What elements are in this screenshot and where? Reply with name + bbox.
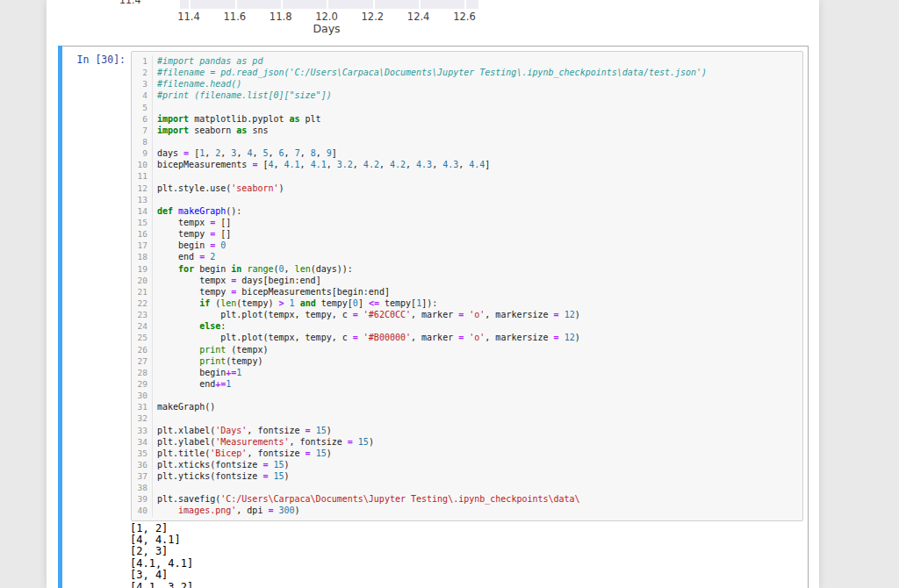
- code-text: plt.yticks(fontsize = 15): [153, 470, 290, 482]
- code-text: plt.xlabel('Days', fontsize = 15): [153, 425, 332, 436]
- code-text: plt.ylabel('Measurements', fontsize = 15…: [153, 436, 374, 448]
- code-line[interactable]: 21 tempy = bicepMeasurements[begin:end]: [132, 286, 802, 298]
- code-text: def makeGraph():: [153, 205, 241, 217]
- code-text: import matplotlib.pyplot as plt: [153, 113, 321, 125]
- chart-xtick-label: 11.8: [270, 11, 292, 23]
- chart-xtick-label: 12.2: [362, 11, 385, 23]
- code-text: plt.plot(tempx, tempy, c = '#62C0CC', ma…: [153, 309, 580, 320]
- code-line[interactable]: 4#print (filename.list[0]["size"]): [132, 90, 802, 101]
- code-line[interactable]: 31makeGraph(): [132, 401, 802, 412]
- code-text: bicepMeasurements = [4, 4.1, 4.1, 3.2, 4…: [153, 159, 490, 170]
- code-line[interactable]: 28 begin+=1: [132, 367, 802, 378]
- line-number: 23: [132, 309, 153, 320]
- line-number: 35: [132, 448, 153, 459]
- output-line: [2, 3]: [130, 546, 808, 557]
- code-line[interactable]: 30: [132, 390, 802, 401]
- line-number: 29: [132, 378, 153, 390]
- code-line[interactable]: 32: [132, 412, 802, 424]
- code-text: tempx = days[begin:end]: [153, 275, 321, 286]
- code-line[interactable]: 9days = [1, 2, 3, 4, 5, 6, 7, 8, 9]: [132, 147, 802, 159]
- code-line[interactable]: 13: [132, 194, 802, 205]
- code-text: plt.style.use('seaborn'): [153, 183, 284, 194]
- code-line[interactable]: 2#filename = pd.read_json('C:/Users\Carp…: [132, 67, 802, 78]
- line-number: 5: [132, 102, 153, 113]
- code-text: [153, 170, 157, 182]
- code-line[interactable]: 23 plt.plot(tempx, tempy, c = '#62C0CC',…: [132, 309, 802, 320]
- code-line[interactable]: 5: [132, 102, 802, 113]
- code-line[interactable]: 11: [132, 170, 802, 182]
- code-line[interactable]: 25 plt.plot(tempx, tempy, c = '#B00000',…: [132, 332, 802, 343]
- code-cell[interactable]: In [30]: 1#import pandas as pd2#filename…: [58, 46, 809, 588]
- line-number: 14: [132, 205, 153, 217]
- code-editor[interactable]: 1#import pandas as pd2#filename = pd.rea…: [131, 51, 803, 521]
- code-text: plt.plot(tempx, tempy, c = '#B00000', ma…: [153, 332, 580, 343]
- code-line[interactable]: 10bicepMeasurements = [4, 4.1, 4.1, 3.2,…: [132, 159, 802, 170]
- code-text: #print (filename.list[0]["size"]): [153, 90, 332, 101]
- code-text: [153, 194, 157, 205]
- code-line[interactable]: 19 for begin in range(0, len(days)):: [132, 263, 802, 275]
- line-number: 18: [132, 251, 153, 262]
- code-line[interactable]: 15 tempx = []: [132, 217, 802, 228]
- code-line[interactable]: 37plt.yticks(fontsize = 15): [132, 470, 802, 482]
- chart-plot-area: [180, 0, 478, 9]
- line-number: 36: [132, 459, 153, 470]
- code-line[interactable]: 29 end+=1: [132, 378, 802, 390]
- line-number: 26: [132, 344, 153, 355]
- code-text: import seaborn as sns: [153, 125, 268, 136]
- chart-gridline: [464, 0, 466, 9]
- line-number: 4: [132, 90, 153, 101]
- code-line[interactable]: 1#import pandas as pd: [132, 55, 802, 67]
- notebook-page: 11.4 11.411.611.812.012.212.412.6 Days I…: [47, 0, 819, 588]
- code-line[interactable]: 6import matplotlib.pyplot as plt: [132, 113, 802, 125]
- code-text: [153, 482, 157, 493]
- code-line[interactable]: 38: [132, 482, 802, 493]
- code-line[interactable]: 22 if (len(tempy) > 1 and tempy[0] <= te…: [132, 298, 802, 309]
- code-text: tempy = []: [153, 228, 231, 240]
- code-line[interactable]: 35plt.title('Bicep', fontsize = 15): [132, 448, 802, 459]
- code-line[interactable]: 36plt.xticks(fontsize = 15): [132, 459, 802, 470]
- code-line[interactable]: 40 images.png', dpi = 300): [132, 505, 802, 516]
- code-line[interactable]: 24 else:: [132, 320, 802, 332]
- code-text: end+=1: [153, 378, 231, 390]
- code-line[interactable]: 3#filename.head(): [132, 78, 802, 90]
- line-number: 22: [132, 298, 153, 309]
- line-number: 9: [132, 147, 153, 159]
- code-line[interactable]: 26 print (tempx): [132, 344, 802, 355]
- code-text: images.png', dpi = 300): [153, 505, 300, 516]
- code-line[interactable]: 27 print(tempy): [132, 355, 802, 367]
- code-line[interactable]: 33plt.xlabel('Days', fontsize = 15): [132, 425, 802, 436]
- code-line[interactable]: 8: [132, 136, 802, 147]
- line-number: 34: [132, 436, 153, 448]
- line-number: 27: [132, 355, 153, 367]
- chart-xtick-label: 12.4: [407, 11, 430, 23]
- code-text: begin = 0: [153, 240, 226, 251]
- code-text: #import pandas as pd: [153, 55, 263, 67]
- code-line[interactable]: 20 tempx = days[begin:end]: [132, 275, 802, 286]
- code-text: makeGraph(): [153, 401, 215, 412]
- line-number: 40: [132, 505, 153, 516]
- line-number: 7: [132, 125, 153, 136]
- code-line[interactable]: 17 begin = 0: [132, 240, 802, 251]
- code-text: begin+=1: [153, 367, 241, 378]
- code-line[interactable]: 34plt.ylabel('Measurements', fontsize = …: [132, 436, 802, 448]
- code-line[interactable]: 14def makeGraph():: [132, 205, 802, 217]
- code-text: #filename.head(): [153, 78, 241, 90]
- line-number: 13: [132, 194, 153, 205]
- line-number: 21: [132, 286, 153, 298]
- code-line[interactable]: 7import seaborn as sns: [132, 125, 802, 136]
- line-number: 20: [132, 275, 153, 286]
- code-text: tempx = []: [153, 217, 231, 228]
- code-text: [153, 136, 157, 147]
- code-line[interactable]: 18 end = 2: [132, 251, 802, 262]
- output-line: [4.1, 4.1]: [130, 558, 808, 570]
- code-line[interactable]: 39plt.savefig('C:/Users\Carpaca\Document…: [132, 493, 802, 505]
- line-number: 17: [132, 240, 153, 251]
- line-number: 1: [132, 55, 153, 67]
- line-number: 39: [132, 493, 153, 505]
- chart-xtick-label: 12.6: [453, 11, 476, 23]
- line-number: 25: [132, 332, 153, 343]
- line-number: 38: [132, 482, 153, 493]
- code-text: plt.title('Bicep', fontsize = 15): [153, 448, 332, 459]
- code-line[interactable]: 16 tempy = []: [132, 228, 802, 240]
- code-line[interactable]: 12plt.style.use('seaborn'): [132, 183, 802, 194]
